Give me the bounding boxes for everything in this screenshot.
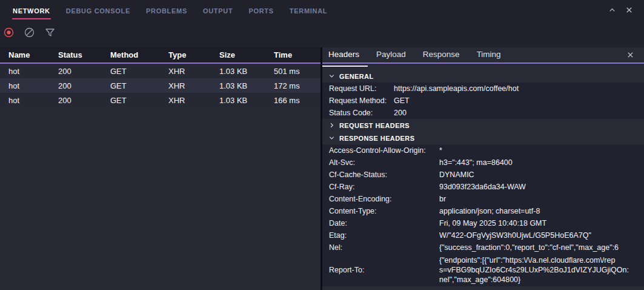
section-title: GENERAL xyxy=(339,73,374,80)
request-time: 172 ms xyxy=(265,81,320,90)
headers-view: GENERAL Request URL: https://api.samplea… xyxy=(322,64,644,290)
request-type: XHR xyxy=(160,67,211,76)
tab-headers[interactable]: Headers xyxy=(328,47,359,62)
tab-network[interactable]: NETWORK xyxy=(12,6,51,19)
kv-row-report-to: Report-To: {"endpoints":[{"url":"https:\… xyxy=(322,254,644,286)
kv-value: W/"422-OFgVyjSW3h0UjwL/G5P5HoE6A7Q" xyxy=(439,229,644,241)
clear-icon[interactable] xyxy=(24,27,35,38)
kv-label: Alt-Svc: xyxy=(329,157,439,169)
requests-table-header: Name Status Method Type Size Time xyxy=(0,47,320,64)
response-header-rows: Access-Control-Allow-Origin: * Alt-Svc: … xyxy=(322,144,644,286)
tab-terminal[interactable]: TERMINAL xyxy=(289,6,328,19)
request-method: GET xyxy=(102,96,160,105)
kv-value: GET xyxy=(394,95,644,107)
kv-label: Cf-Cache-Status: xyxy=(329,169,439,181)
table-row[interactable]: hot 200 GET XHR 1.03 KB 501 ms xyxy=(0,64,320,78)
kv-row-request-url: Request URL: https://api.sampleapis.com/… xyxy=(322,83,644,95)
kv-row-alt-svc: Alt-Svc: h3=":443"; ma=86400 xyxy=(322,157,644,169)
kv-value: * xyxy=(439,144,644,157)
kv-label: Cf-Ray: xyxy=(329,181,439,193)
kv-row-content-type: Content-Type: application/json; charset=… xyxy=(322,205,644,217)
request-time: 501 ms xyxy=(265,67,320,76)
kv-row-cf-cache-status: Cf-Cache-Status: DYNAMIC xyxy=(322,169,644,181)
kv-value: Fri, 09 May 2025 10:40:18 GMT xyxy=(439,217,644,229)
tab-payload[interactable]: Payload xyxy=(376,47,406,62)
network-panel: NETWORK DEBUG CONSOLE PROBLEMS OUTPUT PO… xyxy=(0,0,644,290)
request-type: XHR xyxy=(160,96,211,105)
request-size: 1.03 KB xyxy=(211,81,265,90)
record-icon[interactable] xyxy=(4,27,14,38)
column-header-type[interactable]: Type xyxy=(160,50,211,59)
kv-label: Report-To: xyxy=(329,264,439,276)
kv-value-line: {"endpoints":[{"url":"https:\/\/a.nel.cl… xyxy=(439,255,644,265)
kv-value: https://api.sampleapis.com/coffee/hot xyxy=(394,83,644,95)
general-rows: Request URL: https://api.sampleapis.com/… xyxy=(322,83,644,119)
kv-value-line: s=vFBG9bqUZIo6Cr4s29LUxP%2BoJ1dVIZYJUGji… xyxy=(439,265,644,275)
section-title: REQUEST HEADERS xyxy=(339,122,410,129)
kv-row-request-method: Request Method: GET xyxy=(322,95,644,107)
kv-value: h3=":443"; ma=86400 xyxy=(439,157,644,169)
kv-row-cf-ray: Cf-Ray: 93d093f23da6da34-WAW xyxy=(322,181,644,193)
kv-value-line: nel","max_age":604800} xyxy=(439,275,644,285)
close-icon[interactable] xyxy=(625,5,633,14)
kv-label: Request URL: xyxy=(329,83,394,95)
kv-label: Nel: xyxy=(329,241,439,254)
request-time: 166 ms xyxy=(265,96,320,105)
tab-ports[interactable]: PORTS xyxy=(248,6,274,19)
chevron-right-icon xyxy=(328,122,335,129)
request-method: GET xyxy=(102,81,160,90)
request-status: 200 xyxy=(50,81,102,90)
request-status: 200 xyxy=(50,67,102,76)
kv-label: Content-Encoding: xyxy=(329,193,439,205)
request-name: hot xyxy=(0,81,50,90)
kv-value: DYNAMIC xyxy=(439,169,644,181)
table-row[interactable]: hot 200 GET XHR 1.03 KB 166 ms xyxy=(0,93,320,107)
column-header-size[interactable]: Size xyxy=(211,50,265,59)
request-size: 1.03 KB xyxy=(211,67,265,76)
section-title: RESPONSE HEADERS xyxy=(339,135,414,142)
tab-timing[interactable]: Timing xyxy=(477,47,501,62)
kv-value: 93d093f23da6da34-WAW xyxy=(439,181,644,193)
kv-value: br xyxy=(439,193,644,205)
table-row[interactable]: hot 200 GET XHR 1.03 KB 172 ms xyxy=(0,78,320,93)
details-tab-bar: Headers Payload Response Timing xyxy=(322,47,644,64)
kv-label: Content-Type: xyxy=(329,205,439,217)
kv-row-etag: Etag: W/"422-OFgVyjSW3h0UjwL/G5P5HoE6A7Q… xyxy=(322,229,644,241)
close-details-icon[interactable] xyxy=(626,51,634,59)
column-header-status[interactable]: Status xyxy=(50,50,102,59)
request-method: GET xyxy=(102,67,160,76)
network-toolbar xyxy=(4,27,55,38)
kv-row-content-encoding: Content-Encoding: br xyxy=(322,193,644,205)
chevron-down-icon xyxy=(328,73,335,80)
tab-output[interactable]: OUTPUT xyxy=(202,6,233,19)
kv-value: {"success_fraction":0,"report_to":"cf-ne… xyxy=(439,241,644,254)
kv-label: Etag: xyxy=(329,229,439,241)
requests-table: Name Status Method Type Size Time hot 20… xyxy=(0,47,320,290)
section-request-headers[interactable]: REQUEST HEADERS xyxy=(322,119,644,132)
kv-value: 200 xyxy=(394,107,644,119)
kv-row-nel: Nel: {"success_fraction":0,"report_to":"… xyxy=(322,241,644,254)
kv-row-access-control-allow-origin: Access-Control-Allow-Origin: * xyxy=(322,144,644,157)
request-details-pane: Headers Payload Response Timing GENERAL xyxy=(322,47,644,290)
section-response-headers[interactable]: RESPONSE HEADERS xyxy=(322,132,644,144)
tab-problems[interactable]: PROBLEMS xyxy=(145,6,188,19)
kv-row-status-code: Status Code: 200 xyxy=(322,107,644,119)
kv-value: application/json; charset=utf-8 xyxy=(439,205,644,217)
request-type: XHR xyxy=(160,81,211,90)
tab-response[interactable]: Response xyxy=(423,47,460,62)
column-header-time[interactable]: Time xyxy=(265,50,320,59)
chevron-down-icon xyxy=(328,135,335,142)
panel-window-controls xyxy=(608,5,633,14)
chevron-up-icon[interactable] xyxy=(608,5,616,14)
requests-table-body: hot 200 GET XHR 1.03 KB 501 ms hot 200 G… xyxy=(0,64,320,107)
request-name: hot xyxy=(0,67,50,76)
request-status: 200 xyxy=(50,96,102,105)
column-header-method[interactable]: Method xyxy=(102,50,160,59)
section-general[interactable]: GENERAL xyxy=(322,70,644,83)
kv-label: Status Code: xyxy=(329,107,394,119)
panel-tab-bar: NETWORK DEBUG CONSOLE PROBLEMS OUTPUT PO… xyxy=(0,0,644,19)
filter-icon[interactable] xyxy=(45,27,55,38)
kv-value: {"endpoints":[{"url":"https:\/\/a.nel.cl… xyxy=(439,255,644,285)
column-header-name[interactable]: Name xyxy=(0,50,50,59)
tab-debug-console[interactable]: DEBUG CONSOLE xyxy=(65,6,131,19)
